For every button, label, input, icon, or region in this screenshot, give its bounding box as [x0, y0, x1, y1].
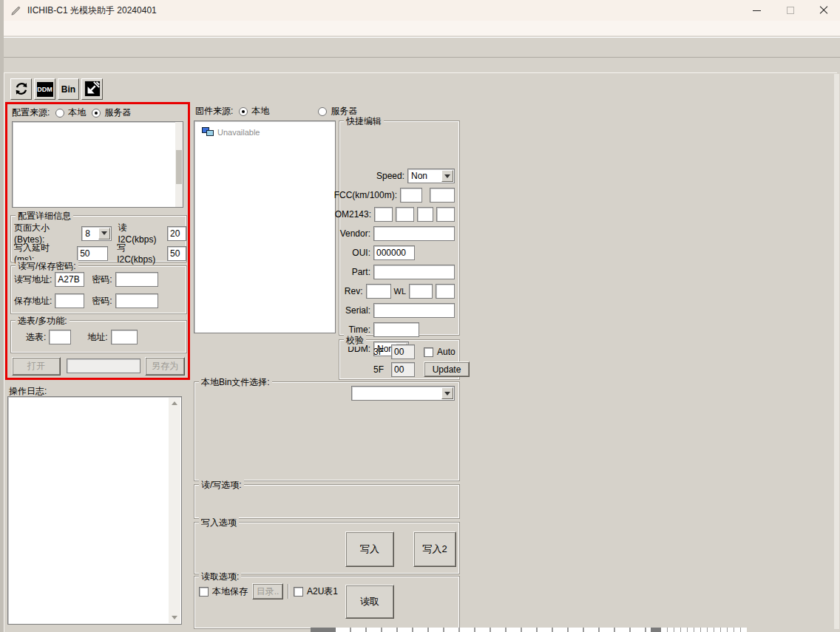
- verify-group: 校验 3F Auto 5F Update: [339, 339, 460, 380]
- quick-edit-title: 快捷编辑: [344, 115, 384, 128]
- toolbar: DDM Bin: [10, 78, 103, 100]
- wl-input-2[interactable]: [436, 284, 455, 299]
- time-label: Time:: [348, 325, 370, 335]
- update-button[interactable]: Update: [424, 361, 470, 377]
- config-source-server-radio[interactable]: 服务器: [92, 106, 131, 119]
- write-button[interactable]: 写入: [345, 531, 394, 567]
- firmware-source-local-radio[interactable]: 本地: [239, 105, 269, 118]
- refresh-button[interactable]: [10, 78, 32, 100]
- vendor-input[interactable]: [373, 226, 455, 241]
- firmware-tree-item[interactable]: Unavailable: [202, 127, 335, 137]
- wl-input-1[interactable]: [409, 284, 433, 299]
- partial-grid-sliver: [336, 628, 651, 632]
- part-input[interactable]: [373, 265, 455, 279]
- partial-grid-sliver: [661, 628, 747, 632]
- maximize-button[interactable]: [773, 0, 807, 21]
- save-password-input[interactable]: [115, 293, 158, 308]
- open-config-button[interactable]: 打开: [12, 357, 61, 376]
- save-addr-input[interactable]: [55, 293, 84, 308]
- title-bar: IICHIB-C1 光模块助手 20240401: [0, 0, 840, 21]
- write2-button[interactable]: 写入2: [413, 531, 456, 567]
- config-panel-annotation: 配置来源: 本地 服务器 配置详细信息 页面大小(Bytes): 8 读I2C(…: [5, 102, 190, 380]
- verify-auto-checkbox[interactable]: Auto: [424, 347, 455, 357]
- password-group-title: 读写/保存密码:: [16, 260, 78, 273]
- oui-input[interactable]: [373, 245, 415, 260]
- tree-scrollbar[interactable]: [175, 122, 183, 207]
- bin-file-select[interactable]: [351, 386, 455, 401]
- serial-input[interactable]: [373, 303, 455, 318]
- read-button[interactable]: 读取: [345, 585, 394, 619]
- scroll-down-icon[interactable]: [169, 612, 180, 623]
- verify-3f-input[interactable]: [391, 344, 415, 359]
- directory-button[interactable]: 目录..: [252, 583, 283, 599]
- firmware-item-label: Unavailable: [217, 128, 260, 137]
- fcc-input-1[interactable]: [400, 188, 422, 203]
- separator: [288, 584, 289, 599]
- vendor-label: Vendor:: [340, 228, 370, 239]
- verify-5f-label: 5F: [373, 364, 384, 375]
- read-i2c-input[interactable]: [167, 226, 186, 241]
- verify-3f-label: 3F: [373, 347, 384, 357]
- scrollbar-thumb[interactable]: [176, 150, 182, 184]
- config-detail-title: 配置详细信息: [16, 210, 73, 222]
- page-size-select[interactable]: 8: [81, 226, 112, 241]
- om-input-3[interactable]: [417, 207, 433, 222]
- radio-icon: [92, 109, 101, 118]
- time-input[interactable]: [373, 322, 419, 337]
- verify-title: 校验: [344, 334, 366, 347]
- stamp-toolbar-button[interactable]: [81, 78, 103, 100]
- password-group: 读写/保存密码: 读写地址: 密码: 保存地址: 密码:: [10, 265, 187, 314]
- rev-label: Rev:: [345, 286, 363, 296]
- rw-addr-input[interactable]: [55, 272, 84, 287]
- dropdown-arrow-icon: [441, 170, 453, 182]
- config-source-label: 配置来源:: [12, 106, 50, 119]
- om2143-label: OM2143:: [335, 209, 371, 220]
- rev-input[interactable]: [366, 284, 391, 299]
- bin-select-group: 本地Bin文件选择:: [194, 381, 460, 481]
- read-options-group: 读取选项: 本地保存 目录.. A2U表1 读取: [194, 576, 460, 629]
- fcc-input-2[interactable]: [430, 188, 455, 203]
- speed-select[interactable]: Non: [407, 169, 455, 183]
- address-label: 地址:: [87, 331, 107, 344]
- om-input-1[interactable]: [374, 207, 393, 222]
- om-input-2[interactable]: [396, 207, 414, 222]
- firmware-source-label: 固件来源:: [195, 105, 233, 118]
- scroll-up-icon[interactable]: [169, 398, 180, 409]
- bin-toolbar-button[interactable]: Bin: [58, 78, 79, 100]
- invert-arrow-icon: [84, 81, 101, 98]
- address-input[interactable]: [111, 330, 138, 344]
- right-gutter: [834, 74, 839, 629]
- rw-addr-label: 读写地址:: [14, 273, 52, 286]
- select-table-label: 选表:: [26, 331, 46, 344]
- toolbar-band: [0, 37, 840, 58]
- close-button[interactable]: [807, 0, 840, 21]
- rw-password-input[interactable]: [115, 272, 158, 287]
- select-table-input[interactable]: [49, 330, 71, 344]
- save-addr-label: 保存地址:: [14, 295, 52, 307]
- a2u-table1-checkbox[interactable]: A2U表1: [294, 585, 338, 598]
- config-path-field[interactable]: [67, 359, 140, 373]
- local-save-checkbox[interactable]: 本地保存: [199, 585, 248, 598]
- desktop-edge: [0, 0, 4, 632]
- write-i2c-input[interactable]: [167, 246, 186, 261]
- om-input-4[interactable]: [436, 207, 455, 222]
- write-delay-input[interactable]: [77, 246, 108, 261]
- minimize-button[interactable]: [740, 0, 773, 21]
- config-source-local-radio[interactable]: 本地: [55, 106, 86, 119]
- serial-label: Serial:: [345, 305, 370, 316]
- read-options-title: 读取选项:: [199, 571, 241, 583]
- checkbox-icon: [424, 347, 433, 357]
- ddm-toolbar-button[interactable]: DDM: [34, 78, 55, 100]
- verify-5f-input[interactable]: [391, 362, 415, 377]
- save-as-button[interactable]: 另存为: [145, 357, 185, 376]
- write-options-group: 写入选项 写入 写入2: [194, 522, 460, 574]
- config-tree: [12, 121, 183, 208]
- minimize-icon: [753, 10, 761, 11]
- log-scrollbar[interactable]: [169, 398, 180, 623]
- menu-bar: [0, 21, 840, 36]
- wl-label: WL: [394, 287, 407, 296]
- quick-edit-group: 快捷编辑 Speed: Non FCC(km/100m): OM2143: Ve…: [339, 120, 460, 336]
- oui-label: OUI:: [352, 248, 370, 258]
- radio-icon: [318, 107, 327, 116]
- ddm-icon: DDM: [37, 82, 53, 97]
